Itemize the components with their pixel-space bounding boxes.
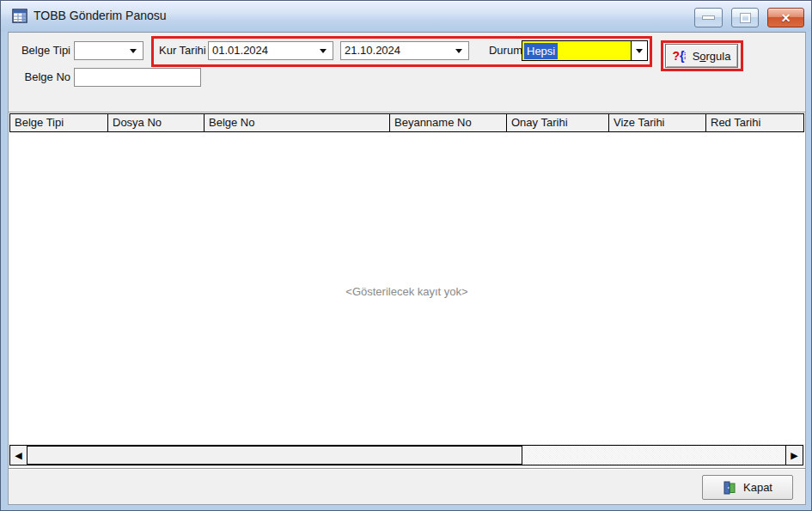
column-header-belge-tipi[interactable]: Belge Tipi	[9, 113, 108, 132]
durum-selected-value: Hepsi	[524, 43, 558, 59]
footer-panel: Kapat	[9, 468, 805, 504]
query-icon: ?{⁞	[673, 50, 687, 62]
column-header-beyanname-no[interactable]: Beyanname No	[389, 113, 507, 132]
scroll-right-button[interactable]: ▶	[785, 446, 803, 465]
grid-empty-message: <Gösterilecek kayıt yok>	[9, 285, 805, 298]
window-title: TOBB Gönderim Panosu	[34, 9, 167, 22]
chevron-down-icon	[636, 49, 643, 53]
scroll-right-icon: ▶	[791, 450, 797, 461]
chevron-down-icon	[320, 49, 327, 53]
date-from-combobox[interactable]: 01.01.2024	[208, 41, 333, 60]
client-area: Belge Tipi Kur Tarihi 01.01.2024 21.10.2…	[8, 32, 806, 505]
maximize-button[interactable]	[731, 8, 759, 27]
chevron-down-icon	[130, 49, 137, 53]
chevron-down-icon	[455, 49, 462, 53]
date-to-value: 21.10.2024	[341, 42, 455, 59]
date-to-combobox[interactable]: 21.10.2024	[340, 41, 469, 60]
date-from-value: 01.01.2024	[209, 42, 320, 59]
column-header-dosya-no[interactable]: Dosya No	[107, 113, 205, 132]
belge-tipi-label: Belge Tipi	[17, 41, 70, 60]
durum-label: Durum	[479, 41, 522, 60]
belge-no-label: Belge No	[17, 68, 70, 87]
app-icon	[12, 9, 27, 24]
minimize-icon	[703, 16, 714, 19]
door-exit-icon	[723, 481, 736, 495]
titlebar: TOBB Gönderim Panosu ✕	[1, 1, 811, 32]
close-icon: ✕	[781, 11, 791, 25]
durum-dropdown-button[interactable]	[631, 41, 647, 60]
data-grid: Belge Tipi Dosya No Belge No Beyanname N…	[9, 112, 805, 444]
scrollbar-thumb[interactable]	[27, 446, 522, 465]
sorgula-button[interactable]: ?{⁞ Sorgula	[665, 44, 738, 68]
minimize-button[interactable]	[694, 8, 723, 27]
kur-tarihi-label: Kur Tarihi	[159, 41, 209, 60]
belge-no-input[interactable]	[74, 68, 201, 87]
belge-tipi-combobox[interactable]	[74, 41, 143, 60]
app-window: TOBB Gönderim Panosu ✕ Belge Tipi Kur Ta…	[0, 0, 812, 511]
close-button[interactable]: ✕	[767, 8, 804, 27]
column-header-vize-tarihi[interactable]: Vize Tarihi	[608, 113, 706, 132]
kapat-button[interactable]: Kapat	[702, 475, 793, 500]
durum-combobox[interactable]: Hepsi	[522, 40, 648, 61]
sorgula-button-label: Sorgula	[693, 50, 731, 63]
scroll-left-icon: ◀	[15, 450, 21, 461]
horizontal-scrollbar[interactable]: ◀ ▶	[9, 445, 803, 465]
kapat-button-label: Kapat	[743, 481, 772, 494]
column-header-onay-tarihi[interactable]: Onay Tarihi	[506, 113, 609, 132]
grid-header-row: Belge Tipi Dosya No Belge No Beyanname N…	[9, 113, 804, 132]
scroll-left-button[interactable]: ◀	[10, 446, 27, 465]
column-header-belge-no[interactable]: Belge No	[204, 113, 390, 132]
column-header-red-tarihi[interactable]: Red Tarihi	[705, 113, 804, 132]
maximize-icon	[741, 14, 750, 22]
